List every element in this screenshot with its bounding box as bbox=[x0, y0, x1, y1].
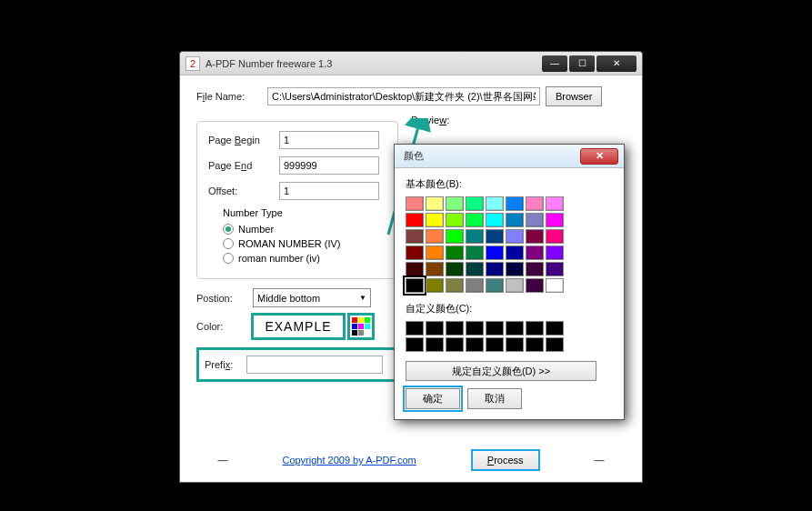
color-swatch[interactable] bbox=[466, 213, 484, 227]
color-label: Color: bbox=[196, 321, 253, 332]
color-dialog-titlebar: 颜色 ✕ bbox=[395, 145, 624, 168]
color-swatch[interactable] bbox=[486, 262, 504, 276]
color-swatch[interactable] bbox=[406, 262, 424, 276]
color-swatch[interactable] bbox=[406, 196, 424, 211]
color-swatch[interactable] bbox=[426, 196, 444, 211]
ok-button[interactable]: 确定 bbox=[406, 388, 460, 409]
color-swatch[interactable] bbox=[466, 262, 484, 276]
color-swatch[interactable] bbox=[486, 278, 504, 293]
minimize-button[interactable]: — bbox=[542, 55, 567, 72]
prefix-label: Prefix: bbox=[205, 359, 246, 370]
color-swatch[interactable] bbox=[426, 245, 444, 260]
color-swatch[interactable] bbox=[546, 245, 564, 260]
custom-swatch[interactable] bbox=[526, 321, 544, 336]
color-swatch[interactable] bbox=[426, 278, 444, 293]
color-swatch[interactable] bbox=[506, 229, 524, 244]
custom-swatch[interactable] bbox=[446, 321, 464, 336]
color-swatch[interactable] bbox=[506, 278, 524, 293]
color-swatch[interactable] bbox=[546, 278, 564, 293]
color-swatch[interactable] bbox=[546, 213, 564, 227]
page-end-input[interactable] bbox=[279, 156, 379, 175]
color-swatch[interactable] bbox=[426, 262, 444, 276]
color-swatch[interactable] bbox=[526, 262, 544, 276]
color-picker-button[interactable] bbox=[349, 315, 373, 338]
color-swatch[interactable] bbox=[506, 245, 524, 260]
color-dialog-close-button[interactable]: ✕ bbox=[580, 148, 618, 165]
custom-swatch[interactable] bbox=[506, 321, 524, 336]
custom-swatch[interactable] bbox=[546, 321, 564, 336]
color-swatch[interactable] bbox=[446, 245, 464, 260]
titlebar: 2 A-PDF Number freeware 1.3 — ☐ ✕ bbox=[180, 52, 642, 75]
color-swatch[interactable] bbox=[526, 229, 544, 244]
color-swatch[interactable] bbox=[526, 196, 544, 211]
custom-swatch[interactable] bbox=[486, 337, 504, 352]
color-swatch[interactable] bbox=[526, 213, 544, 227]
radio-roman-upper[interactable]: ROMAN NUMBER (IV) bbox=[223, 238, 386, 249]
color-swatch[interactable] bbox=[466, 229, 484, 244]
color-swatch[interactable] bbox=[406, 278, 424, 293]
color-swatch[interactable] bbox=[486, 245, 504, 260]
color-swatch[interactable] bbox=[546, 262, 564, 276]
radio-icon bbox=[223, 224, 234, 235]
color-swatch[interactable] bbox=[406, 213, 424, 227]
color-swatch[interactable] bbox=[426, 229, 444, 244]
custom-swatch[interactable] bbox=[466, 321, 484, 336]
color-swatch[interactable] bbox=[486, 213, 504, 227]
custom-swatch[interactable] bbox=[506, 337, 524, 352]
color-swatch[interactable] bbox=[446, 196, 464, 211]
color-swatch[interactable] bbox=[446, 229, 464, 244]
custom-swatch[interactable] bbox=[406, 321, 424, 336]
color-example: EXAMPLE bbox=[253, 315, 344, 338]
custom-swatch[interactable] bbox=[406, 337, 424, 352]
color-swatch[interactable] bbox=[406, 229, 424, 244]
file-name-input[interactable] bbox=[267, 87, 540, 105]
prefix-input[interactable] bbox=[246, 356, 383, 374]
color-dialog: 颜色 ✕ 基本颜色(B): 自定义颜色(C): 规定自定义颜色(D) >> 确定… bbox=[394, 144, 625, 420]
footer-dash-left: — bbox=[217, 455, 227, 466]
custom-swatch[interactable] bbox=[426, 321, 444, 336]
page-begin-label: Page Begin bbox=[208, 135, 279, 145]
footer-dash-right: — bbox=[595, 455, 605, 466]
close-button[interactable]: ✕ bbox=[596, 55, 637, 72]
copyright-link[interactable]: Copyright 2009 by A-PDF.com bbox=[282, 455, 416, 466]
preview-label: Preview: bbox=[411, 115, 449, 125]
define-custom-button[interactable]: 规定自定义颜色(D) >> bbox=[406, 361, 596, 381]
color-swatch[interactable] bbox=[546, 196, 564, 211]
cancel-button[interactable]: 取消 bbox=[467, 388, 522, 409]
custom-swatch[interactable] bbox=[546, 337, 564, 352]
position-select[interactable]: Middle bottom ▼ bbox=[253, 288, 371, 307]
color-dialog-buttons: 确定 取消 bbox=[406, 388, 613, 409]
color-swatch[interactable] bbox=[446, 278, 464, 293]
color-swatch[interactable] bbox=[546, 229, 564, 244]
color-swatch[interactable] bbox=[506, 262, 524, 276]
color-swatch[interactable] bbox=[506, 196, 524, 211]
color-swatch[interactable] bbox=[466, 245, 484, 260]
app-icon: 2 bbox=[185, 56, 200, 71]
color-swatch[interactable] bbox=[526, 278, 544, 293]
radio-roman-lower[interactable]: roman number (iv) bbox=[223, 253, 386, 264]
color-swatch[interactable] bbox=[506, 213, 524, 227]
file-row: File Name: Browser bbox=[196, 86, 626, 106]
color-swatch[interactable] bbox=[446, 262, 464, 276]
custom-swatch[interactable] bbox=[426, 337, 444, 352]
offset-input[interactable] bbox=[279, 182, 379, 200]
color-swatch[interactable] bbox=[486, 196, 504, 211]
custom-swatch[interactable] bbox=[466, 337, 484, 352]
custom-swatch[interactable] bbox=[446, 337, 464, 352]
color-swatch[interactable] bbox=[406, 245, 424, 260]
radio-roman-lower-label: roman number (iv) bbox=[238, 253, 320, 264]
color-swatch[interactable] bbox=[466, 278, 484, 293]
maximize-button[interactable]: ☐ bbox=[569, 55, 595, 72]
color-swatch[interactable] bbox=[446, 213, 464, 227]
page-begin-input[interactable] bbox=[279, 131, 379, 149]
custom-colors-label: 自定义颜色(C): bbox=[406, 302, 613, 316]
color-swatch[interactable] bbox=[526, 245, 544, 260]
browser-button[interactable]: Browser bbox=[546, 86, 602, 106]
color-swatch[interactable] bbox=[466, 196, 484, 211]
custom-swatch[interactable] bbox=[486, 321, 504, 336]
process-button[interactable]: Process bbox=[471, 449, 540, 471]
radio-number[interactable]: Number bbox=[223, 224, 386, 235]
color-swatch[interactable] bbox=[486, 229, 504, 244]
custom-swatch[interactable] bbox=[526, 337, 544, 352]
color-swatch[interactable] bbox=[426, 213, 444, 227]
